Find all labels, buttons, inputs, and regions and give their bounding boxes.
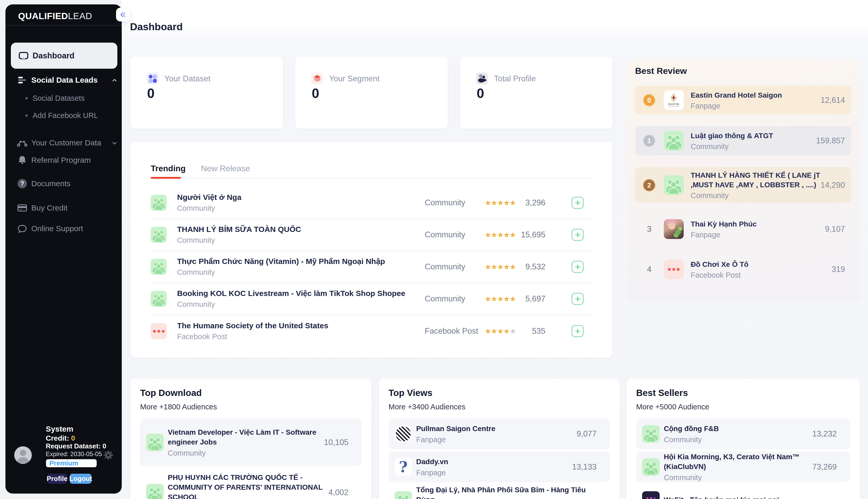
community-avatar [151,259,167,275]
user-expired: Expired: 2030-05-05 [46,451,102,457]
sidebar-item-add-facebook-url[interactable]: Add Facebook URL [11,108,122,123]
row-type: Community [425,262,465,271]
user-avatar [14,446,32,464]
community-avatar [394,491,412,499]
section-row[interactable]: Pullman Saigon CentreFanpage 9,077 [389,419,610,449]
tab-trending[interactable]: Trending [151,164,186,173]
tab-active-underline [151,177,181,179]
stat-value: 0 [147,85,155,101]
sidebar-item-social-datasets[interactable]: Social Datasets [11,90,122,106]
sidebar-item-online-support[interactable]: Online Support [11,220,122,237]
community-avatar [664,175,684,195]
trending-row: Người Việt ở NgaCommunity Community ★★★★… [151,187,592,219]
trending-row: The Humane Society of the United StatesF… [151,315,592,347]
settings-gear-icon[interactable] [103,450,113,460]
best-review-panel: Best Review 0 EASTINGRAND HOTEL Eastin G… [627,60,860,301]
section-row[interactable]: PHỤ HUYNH CÁC TRƯỜNG QUỐC TẾ - COMMUNITY… [140,469,362,499]
plus-icon [574,199,581,206]
row-count: 14,290 [820,181,845,190]
rank-badge-silver: 1 [643,135,655,147]
logout-button[interactable]: Logout [70,474,92,484]
sidebar-item-buy-credit[interactable]: Buy Credit [11,200,122,216]
add-button[interactable] [571,293,584,305]
row-type: Facebook Post [425,327,478,336]
dataset-icon [146,73,158,84]
best-review-row[interactable]: 3 Thai Kỳ Hạnh PhúcFanpage 9,107 [635,215,851,243]
rank-badge-bronze: 2 [643,179,655,191]
community-avatar [146,434,164,451]
segment-icon [311,73,323,84]
plan-badge: Premium [46,459,97,467]
svg-text:?: ? [21,180,24,187]
tab-new-release[interactable]: New Release [201,164,250,173]
photo-avatar [664,219,684,239]
section-row[interactable]: Cộng đồng F&BCommunity 13,232 [636,419,850,449]
add-button[interactable] [571,261,584,273]
row-count: 9,532 [510,262,545,271]
community-avatar [151,291,167,307]
row-type: Community [425,198,465,207]
trending-panel: Trending New Release Người Việt ở NgaCom… [131,142,613,358]
section-list: Cộng đồng F&BCommunity 13,232 Hội Kia Mo… [636,419,850,499]
row-count: 13,232 [812,429,837,439]
chevron-down-icon [111,140,118,146]
sidebar-item-referral-program[interactable]: Referral Program [11,152,122,168]
add-button[interactable] [571,229,584,241]
community-avatar [146,484,164,499]
segment-icon [311,73,323,84]
stat-card-total-profile: Total Profile 0 [460,57,613,129]
user-name: System [46,425,73,433]
row-count: 10,105 [324,438,348,447]
stat-value: 0 [477,85,484,101]
main-content: Dashboard Your Dataset 0 Your Segment 0 … [122,0,868,499]
best-review-row[interactable]: 0 EASTINGRAND HOTEL Eastin Grand Hotel S… [635,86,851,114]
section-row[interactable]: Hội Kia Morning, K3, Cerato Việt Nam™ (K… [636,452,850,482]
profile-icon [476,73,488,84]
stat-card-your-dataset: Your Dataset 0 [131,57,283,129]
community-avatar [642,458,659,476]
eastin-logo-avatar: EASTINGRAND HOTEL [664,90,684,110]
row-count: 9,077 [576,429,597,439]
person-icon [14,446,32,464]
pullman-avatar [394,425,412,443]
add-button[interactable] [571,325,584,337]
sidebar-nav: DashboardSocial Data LeadsSocial Dataset… [5,4,122,494]
rank-badge-gold: 0 [643,94,655,106]
row-count: 9,107 [825,224,845,234]
best-review-row[interactable]: 2 THANH LÝ HÀNG THIẾT KẾ ( LANE jT ,MUST… [635,167,851,203]
sidebar-item-your-customer-data[interactable]: Your Customer Data [11,135,122,151]
stat-label: Your Segment [329,74,379,83]
sidebar-item-social-data-leads[interactable]: Social Data Leads [11,72,122,88]
row-count: 73,269 [812,462,837,472]
row-count: 535 [510,327,545,336]
credit-card-icon [17,203,27,213]
section-row[interactable]: WeFit - Tập luyện mọi lúc mọi nơi [636,485,850,499]
add-button[interactable] [571,197,584,209]
row-count: 159,857 [816,136,845,145]
community-avatar [151,227,167,243]
row-count: 5,697 [510,294,545,304]
sidebar-collapse-button[interactable] [116,8,130,22]
section-row[interactable]: Vietnam Developer - Việc Làm IT - Softwa… [140,419,362,466]
bell-icon [17,155,27,165]
best-review-row[interactable]: 1 Luật giao thông & ATGTCommunity 159,85… [635,126,851,156]
row-count: 15,695 [510,230,545,240]
community-avatar [642,425,659,443]
sidebar-item-dashboard[interactable]: Dashboard [11,42,117,69]
section-list: Vietnam Developer - Việc Làm IT - Softwa… [140,419,362,499]
row-count: 319 [832,265,845,274]
sidebar-item-documents[interactable]: ?Documents [11,175,122,192]
profile-button[interactable]: Profile [47,474,67,484]
question-circle-icon: ? [17,178,28,189]
dashboard-icon [18,50,29,61]
best-review-title: Best Review [635,66,687,76]
row-count: 4,002 [328,488,348,497]
section-row[interactable]: Tổng Đại Lý, Nhà Phân Phối Sữa Bỉm - Hàn… [389,485,610,499]
section-row[interactable]: ? Daddy.vnFanpage 13,133 [389,452,610,482]
chevron-up-icon [111,77,118,84]
user-credit: Credit: 0 [46,435,75,442]
best-review-row[interactable]: 4 Đồ Chơi Xe Ô TôFacebook Post 319 [635,255,851,284]
dataset-icon [146,73,158,84]
stat-value: 0 [312,85,319,101]
row-type: Community [425,294,465,304]
